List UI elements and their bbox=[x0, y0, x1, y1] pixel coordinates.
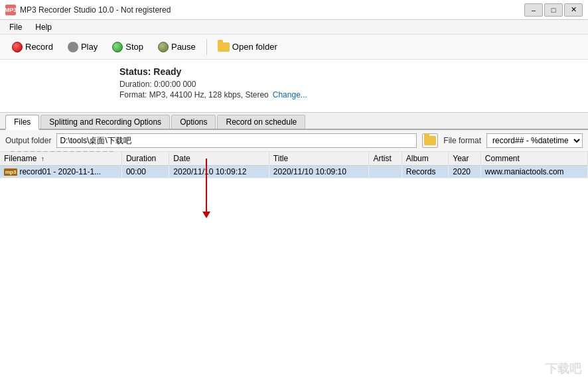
cell-duration: 00:00 bbox=[121, 166, 169, 178]
cell-comment: www.maniactools.com bbox=[480, 166, 587, 178]
change-link[interactable]: Change... bbox=[273, 90, 307, 99]
stop-button[interactable]: Stop bbox=[106, 37, 150, 57]
status-format-line: Format: MP3, 44100 Hz, 128 kbps, Stereo … bbox=[119, 90, 577, 99]
play-button[interactable]: Play bbox=[61, 37, 104, 57]
cell-album: Records bbox=[402, 166, 449, 178]
menu-file[interactable]: File bbox=[4, 21, 27, 33]
arrow-head bbox=[202, 212, 210, 218]
maximize-button[interactable]: □ bbox=[544, 3, 563, 17]
close-button[interactable]: ✕ bbox=[564, 3, 583, 17]
col-filename[interactable]: Filename ↑ bbox=[0, 152, 121, 166]
status-format: Format: MP3, 44100 Hz, 128 kbps, Stereo bbox=[119, 90, 269, 99]
table-header-row: Filename ↑ Duration Date Title Artist Al… bbox=[0, 152, 588, 166]
menu-help[interactable]: Help bbox=[30, 21, 57, 33]
stop-label: Stop bbox=[125, 42, 143, 52]
cell-artist bbox=[369, 166, 402, 178]
tab-options[interactable]: Options bbox=[171, 115, 216, 129]
cell-filename: mp3 record01 - 2020-11-1... bbox=[0, 166, 121, 178]
open-folder-button[interactable]: Open folder bbox=[211, 37, 284, 57]
col-artist[interactable]: Artist bbox=[369, 152, 402, 166]
play-icon bbox=[68, 42, 78, 52]
col-year[interactable]: Year bbox=[449, 152, 481, 166]
status-panel: Status: Ready Duration: 0:00:00 000 Form… bbox=[0, 60, 588, 113]
file-list-area: Filename ↑ Duration Date Title Artist Al… bbox=[0, 152, 588, 380]
pause-label: Pause bbox=[171, 42, 196, 52]
open-folder-label: Open folder bbox=[232, 42, 277, 52]
col-comment[interactable]: Comment bbox=[480, 152, 587, 166]
minimize-button[interactable]: – bbox=[524, 3, 543, 17]
browse-folder-icon bbox=[424, 136, 436, 145]
app-icon: MP3 bbox=[5, 5, 16, 15]
toolbar-separator bbox=[206, 39, 207, 55]
table-row[interactable]: mp3 record01 - 2020-11-1... 00:00 2020/1… bbox=[0, 166, 588, 178]
record-label: Record bbox=[25, 42, 53, 52]
col-title[interactable]: Title bbox=[269, 152, 369, 166]
main-content: Status: Ready Duration: 0:00:00 000 Form… bbox=[0, 60, 588, 380]
title-bar-buttons: – □ ✕ bbox=[524, 3, 583, 17]
tab-splitting[interactable]: Splitting and Recording Options bbox=[40, 115, 170, 129]
tabs-bar: Files Splitting and Recording Options Op… bbox=[0, 113, 588, 130]
record-icon bbox=[12, 42, 23, 52]
tab-schedule[interactable]: Record on schedule bbox=[217, 115, 305, 129]
tab-files[interactable]: Files bbox=[5, 115, 39, 130]
toolbar: Record Play Stop Pause Open folder bbox=[0, 34, 588, 60]
output-folder-browse-button[interactable] bbox=[422, 133, 438, 148]
cell-title: 2020/11/10 10:09:10 bbox=[269, 166, 369, 178]
cell-date: 2020/11/10 10:09:12 bbox=[169, 166, 269, 178]
record-button[interactable]: Record bbox=[5, 37, 60, 57]
mp3-file-icon: mp3 bbox=[4, 168, 17, 176]
file-table: Filename ↑ Duration Date Title Artist Al… bbox=[0, 152, 588, 178]
pause-icon bbox=[158, 42, 169, 52]
col-date[interactable]: Date bbox=[169, 152, 269, 166]
output-folder-label: Output folder bbox=[5, 136, 51, 145]
col-duration[interactable]: Duration bbox=[121, 152, 169, 166]
sort-arrow-filename: ↑ bbox=[41, 155, 44, 162]
folder-icon bbox=[218, 42, 230, 52]
watermark: 下载吧 bbox=[546, 361, 581, 377]
stop-icon bbox=[112, 42, 123, 52]
file-format-label: File format bbox=[443, 136, 481, 145]
menu-bar: File Help bbox=[0, 20, 588, 34]
app-title: MP3 Recorder Studio 10.0 - Not registere… bbox=[20, 5, 171, 15]
status-duration: Duration: 0:00:00 000 bbox=[119, 80, 577, 89]
cell-year: 2020 bbox=[449, 166, 481, 178]
title-bar: MP3 MP3 Recorder Studio 10.0 - Not regis… bbox=[0, 0, 588, 20]
file-format-select[interactable]: record## - %datetime bbox=[486, 133, 583, 148]
status-title: Status: Ready bbox=[119, 66, 577, 77]
play-label: Play bbox=[81, 42, 98, 52]
title-bar-left: MP3 MP3 Recorder Studio 10.0 - Not regis… bbox=[5, 5, 171, 15]
pause-button[interactable]: Pause bbox=[151, 37, 202, 57]
col-album[interactable]: Album bbox=[402, 152, 449, 166]
